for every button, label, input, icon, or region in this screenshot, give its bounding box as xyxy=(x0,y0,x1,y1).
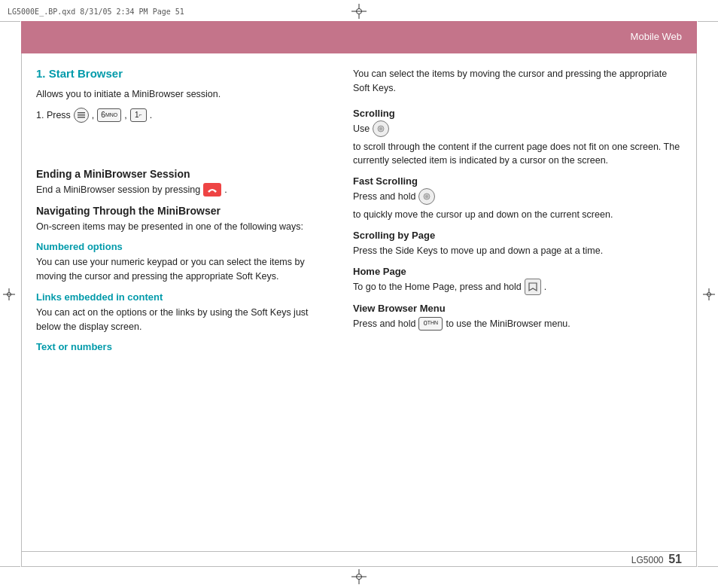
sub3-title: Text or numbers xyxy=(36,341,330,352)
sub2-title: Links embedded in content xyxy=(36,291,330,303)
svg-rect-0 xyxy=(78,112,85,114)
footer-page: 51 xyxy=(668,553,682,565)
sub2-text: You can act on the options or the links … xyxy=(36,306,330,334)
nav-icon-fast xyxy=(418,188,435,205)
footer-brand: LG5000 xyxy=(631,555,664,565)
zero-thn-key: 0 THN xyxy=(418,317,443,331)
scrolling-by-page-title: Scrolling by Page xyxy=(353,230,682,241)
home-page-suffix: . xyxy=(544,280,546,294)
section-start-browser: 1. Start Browser Allows you to initiate … xyxy=(36,67,330,123)
section1-para1: Allows you to initiate a MiniBrowser ses… xyxy=(36,87,330,102)
browser-menu-text: Press and hold 0 THN to use the MiniBrow… xyxy=(353,317,682,331)
side-marks-right xyxy=(698,0,718,588)
right-column: You can select the items by moving the c… xyxy=(345,53,697,552)
section3-title: Navigating Through the MiniBrowser xyxy=(36,205,330,217)
fast-scrolling-section: Fast Scrolling Press and hold to quickly… xyxy=(353,175,682,222)
section2-prefix: End a MiniBrowser session by pressing xyxy=(36,183,200,197)
svg-rect-1 xyxy=(78,114,85,116)
sub3-text: You can select the items by moving the c… xyxy=(353,69,667,93)
home-page-section: Home Page To go to the Home Page, press … xyxy=(353,266,682,295)
crosshair-bottom xyxy=(351,569,367,584)
svg-point-6 xyxy=(425,195,428,198)
press-hold-label: Press and hold xyxy=(353,190,415,204)
step1-comma1: , xyxy=(92,110,94,120)
section2-title: Ending a MiniBrowser Session xyxy=(36,168,330,180)
home-page-text: To go to the Home Page, press and hold . xyxy=(353,280,682,295)
sub1-text: You can use your numeric keypad or you c… xyxy=(36,255,330,284)
one-key-icon: 1⌐ xyxy=(130,108,147,122)
step1-prefix: 1. Press xyxy=(36,110,71,120)
crosshair-top xyxy=(351,4,367,19)
sub1-title: Numbered options xyxy=(36,241,330,252)
header-title: Mobile Web xyxy=(631,31,682,42)
section2-suffix: . xyxy=(224,183,227,197)
scrolling-use: Use xyxy=(353,122,370,136)
scrolling-title: Scrolling xyxy=(353,108,682,119)
six-key-icon: 6MNO xyxy=(97,108,121,122)
fast-scrolling-title: Fast Scrolling xyxy=(353,175,682,187)
svg-rect-2 xyxy=(78,117,85,118)
scrolling-text: Use to scroll through the content if the… xyxy=(353,122,682,169)
home-page-prefix: To go to the Home Page, press and hold xyxy=(353,280,522,294)
section2-para: End a MiniBrowser session by pressing . xyxy=(36,183,330,197)
browser-menu-rest: to use the MiniBrowser menu. xyxy=(446,317,570,331)
scrolling-section: Scrolling Use to scroll through the cont… xyxy=(353,108,682,169)
section-navigating: Navigating Through the MiniBrowser On-sc… xyxy=(36,205,330,353)
side-marks-left xyxy=(0,0,20,588)
footer-area: LG5000 51 xyxy=(21,552,697,567)
left-column: 1. Start Browser Allows you to initiate … xyxy=(21,53,345,552)
footer-text: LG5000 51 xyxy=(631,553,682,566)
section1-step1: 1. Press , 6MNO , 1⌐ . xyxy=(36,108,330,123)
browser-menu-section: View Browser Menu Press and hold 0 THN t… xyxy=(353,303,682,331)
menu-key-icon xyxy=(74,108,89,123)
browser-menu-press-hold: Press and hold xyxy=(353,317,415,331)
scrolling-by-page-section: Scrolling by Page Press the Side Keys to… xyxy=(353,230,682,258)
step1-comma2: , xyxy=(124,110,126,120)
header-bar: Mobile Web xyxy=(21,21,697,51)
browser-menu-title: View Browser Menu xyxy=(353,303,682,314)
scrolling-rest: to scroll through the content if the cur… xyxy=(353,140,682,169)
end-call-icon xyxy=(203,183,221,197)
step1-suffix: . xyxy=(150,110,152,120)
scrolling-by-page-text: Press the Side Keys to move up and down … xyxy=(353,244,682,258)
section-ending: Ending a MiniBrowser Session End a MiniB… xyxy=(36,168,330,197)
content-area: 1. Start Browser Allows you to initiate … xyxy=(21,53,697,552)
section3-para1: On-screen items may be presented in one … xyxy=(36,220,330,234)
section1-title: 1. Start Browser xyxy=(36,67,330,80)
nav-icon-scroll xyxy=(373,120,389,137)
home-icon xyxy=(525,279,541,295)
svg-point-4 xyxy=(379,127,382,130)
file-label: LG5000E_.BP.qxd 8/31/05 2:34 PM Page 51 xyxy=(8,8,184,16)
fast-scrolling-rest: to quickly move the cursor up and down o… xyxy=(353,208,613,222)
sub3-continued-text: You can select the items by moving the c… xyxy=(353,67,682,96)
home-page-title: Home Page xyxy=(353,266,682,277)
fast-scrolling-text: Press and hold to quickly move the curso… xyxy=(353,190,682,222)
